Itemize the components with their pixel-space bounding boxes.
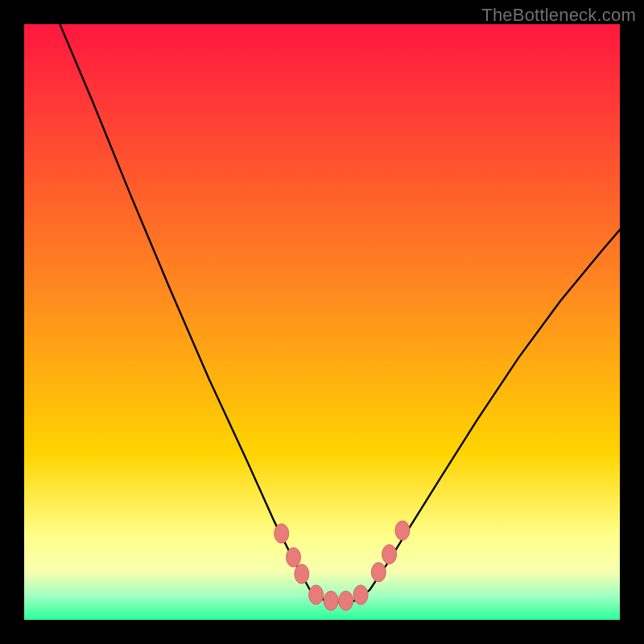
curve-marker: [309, 585, 324, 605]
curve-marker: [275, 524, 289, 543]
curve-marker: [382, 545, 397, 564]
curve-marker: [287, 547, 301, 567]
curve-marker: [295, 564, 309, 584]
curve-marker: [339, 591, 353, 610]
watermark-text: TheBottleneck.com: [481, 5, 636, 26]
chart-svg: [24, 24, 620, 620]
curve-marker: [353, 585, 368, 605]
curve-marker: [395, 521, 410, 540]
curve-marker: [371, 563, 386, 582]
gradient-background: [24, 24, 620, 620]
plot-area: [24, 24, 620, 620]
curve-marker: [324, 591, 338, 610]
outer-frame: TheBottleneck.com: [0, 0, 644, 644]
